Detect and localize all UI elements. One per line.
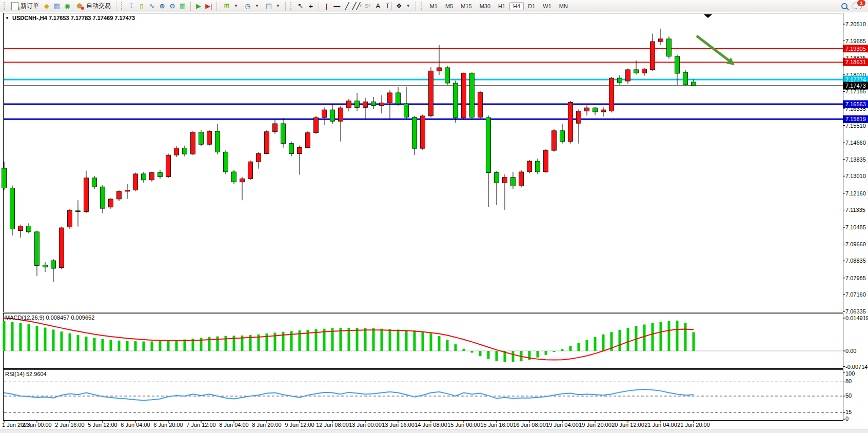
bar-chart-icon[interactable]: ⌶ bbox=[127, 2, 136, 10]
toolbar-grip[interactable] bbox=[121, 2, 124, 10]
macd-histogram-bar bbox=[684, 323, 687, 351]
indicators-button[interactable]: ⊞▼ bbox=[220, 1, 240, 11]
time-axis-label: 19 Jun 20:00 bbox=[579, 422, 611, 428]
time-axis-label: 20 Jun 12:00 bbox=[611, 422, 644, 428]
candle bbox=[51, 261, 56, 268]
candle bbox=[330, 110, 335, 121]
timeframe-group: M1M5M15M30H1H4D1W1MN bbox=[426, 2, 571, 10]
candle bbox=[445, 68, 450, 83]
price-axis-label: 7.08835 bbox=[845, 258, 866, 264]
timeframe-d1[interactable]: D1 bbox=[524, 2, 539, 10]
candle bbox=[68, 210, 72, 227]
macd-histogram-bar bbox=[19, 323, 22, 351]
auto-trading-label: 自动交易 bbox=[86, 2, 111, 10]
clock-icon: ◷ bbox=[243, 2, 252, 10]
macd-histogram-bar bbox=[676, 321, 679, 351]
arrows-button[interactable]: ❖▼ bbox=[392, 1, 412, 11]
timeframe-h1[interactable]: H1 bbox=[495, 2, 509, 10]
trendline-icon[interactable]: ╱ bbox=[343, 2, 352, 10]
timeframe-mn[interactable]: MN bbox=[556, 2, 571, 10]
macd-histogram-bar bbox=[340, 328, 342, 351]
toolbar-grip[interactable] bbox=[4, 2, 7, 10]
macd-histogram-bar bbox=[118, 341, 121, 351]
auto-scroll-icon[interactable]: ▶ bbox=[194, 2, 203, 10]
candle bbox=[568, 102, 573, 141]
candle bbox=[166, 155, 171, 176]
chart-canvas[interactable]: 7.205107.196857.188357.180107.171857.163… bbox=[0, 0, 868, 433]
candle bbox=[273, 124, 278, 132]
candle bbox=[207, 131, 212, 144]
time-axis-label: 5 Jun 12:00 bbox=[88, 422, 117, 428]
text-icon[interactable]: A bbox=[373, 2, 383, 10]
horizontal-line-icon[interactable]: — bbox=[332, 2, 342, 10]
channel-icon[interactable]: ╱╱E bbox=[353, 2, 362, 10]
symbol-dropdown-icon[interactable]: ▼ bbox=[5, 16, 9, 21]
notifications-icon[interactable]: 1 bbox=[853, 3, 862, 9]
auto-trading-button[interactable]: ⬟ 自动交易 bbox=[73, 1, 113, 11]
vertical-line-icon[interactable]: | bbox=[322, 2, 331, 10]
macd-histogram-bar bbox=[167, 341, 170, 351]
candle bbox=[470, 73, 475, 117]
chevron-down-icon: ▼ bbox=[255, 4, 259, 8]
candle bbox=[585, 108, 589, 111]
candlestick-chart-icon[interactable]: ▯ bbox=[137, 2, 146, 10]
deposit-icon[interactable]: ◆ bbox=[42, 2, 51, 10]
macd-histogram-bar bbox=[356, 328, 359, 351]
chart-title: ▼ USDCNH-,H4 7.17653 7.17783 7.17469 7.1… bbox=[5, 15, 135, 21]
cursor-icon[interactable]: ↖ bbox=[296, 2, 305, 10]
price-axis-label: 7.07160 bbox=[845, 291, 866, 298]
candle bbox=[380, 103, 384, 106]
timeframe-m1[interactable]: M1 bbox=[426, 2, 441, 10]
candle bbox=[437, 68, 442, 71]
candle bbox=[101, 187, 105, 208]
macd-histogram-bar bbox=[413, 330, 416, 351]
fibonacci-icon[interactable]: ≡F bbox=[363, 2, 372, 10]
zoom-in-icon[interactable]: ⊕ bbox=[157, 2, 167, 10]
macd-histogram-bar bbox=[553, 351, 556, 352]
candle bbox=[183, 148, 187, 154]
candle bbox=[486, 117, 491, 172]
zoom-out-icon[interactable]: ⊖ bbox=[168, 2, 177, 10]
macd-histogram-bar bbox=[405, 330, 408, 351]
chart-ohlc: 7.17653 7.17783 7.17469 7.17473 bbox=[49, 15, 135, 21]
trading-app-window: + 新订单 ◆ ▦ ◉ ⬟ 自动交易 ⌶ ▯ ∿ ⊕ ⊖ ▦ ▶ ▶| ⊞▼ ◷… bbox=[0, 0, 868, 433]
macd-histogram-bar bbox=[11, 322, 14, 351]
timeframe-m5[interactable]: M5 bbox=[442, 2, 457, 10]
toolbar-grip[interactable] bbox=[290, 2, 293, 10]
macd-histogram-bar bbox=[151, 342, 153, 351]
timeframe-m15[interactable]: M15 bbox=[457, 2, 475, 10]
text-label-icon[interactable]: T bbox=[384, 2, 391, 10]
timeframe-h4[interactable]: H4 bbox=[509, 2, 524, 10]
candle bbox=[314, 117, 319, 133]
candle bbox=[84, 178, 89, 212]
candle bbox=[552, 131, 557, 150]
new-order-button[interactable]: + 新订单 bbox=[9, 1, 41, 11]
toolbar-grip[interactable] bbox=[421, 2, 424, 10]
candle bbox=[306, 133, 310, 148]
templates-button[interactable]: ▤▼ bbox=[262, 1, 282, 11]
macd-histogram-bar bbox=[3, 321, 6, 351]
account-icon[interactable]: ▦ bbox=[52, 2, 62, 10]
timeframe-m30[interactable]: M30 bbox=[476, 2, 494, 10]
macd-histogram-bar bbox=[471, 351, 474, 352]
candle bbox=[142, 174, 146, 180]
line-chart-icon[interactable]: ∿ bbox=[147, 2, 156, 10]
tile-windows-icon[interactable]: ▦ bbox=[178, 2, 187, 10]
macd-histogram-bar bbox=[668, 321, 670, 351]
chart-shift-icon[interactable]: ▶| bbox=[204, 2, 213, 10]
search-icon[interactable] bbox=[841, 3, 847, 9]
timeframe-w1[interactable]: W1 bbox=[539, 2, 555, 10]
macd-histogram-bar bbox=[159, 341, 162, 351]
crosshair-icon[interactable]: + bbox=[306, 2, 315, 10]
candle bbox=[281, 124, 286, 144]
periods-button[interactable]: ◷▼ bbox=[241, 1, 261, 11]
candle bbox=[232, 172, 236, 182]
candle bbox=[298, 148, 302, 154]
candle bbox=[560, 131, 565, 142]
price-axis-label: 7.14660 bbox=[845, 140, 866, 146]
chevron-down-icon: ▼ bbox=[276, 4, 280, 8]
price-axis-label: 7.12160 bbox=[845, 190, 866, 196]
macd-histogram-bar bbox=[44, 328, 47, 351]
price-axis-label: 7.10485 bbox=[845, 224, 866, 230]
signal-icon[interactable]: ◉ bbox=[63, 2, 72, 10]
